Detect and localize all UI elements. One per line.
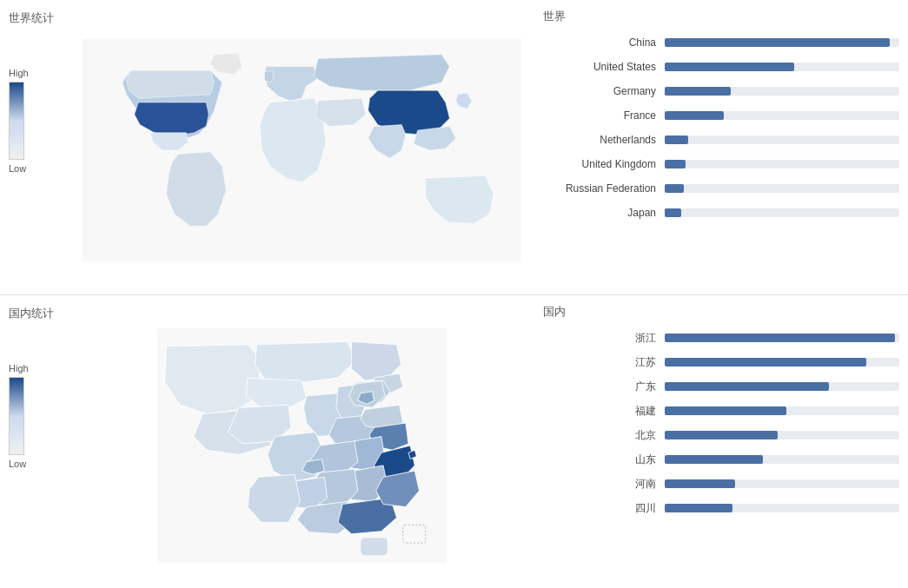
china-bar-track bbox=[665, 479, 899, 488]
world-bar-fill bbox=[665, 63, 794, 71]
china-legend-gradient bbox=[9, 377, 24, 455]
china-bar-row: 山东 bbox=[543, 450, 899, 469]
world-bar-row: Netherlands bbox=[543, 130, 899, 149]
china-bar-fill bbox=[665, 479, 735, 488]
china-bar-label: 广东 bbox=[543, 380, 665, 394]
world-bar-label: Russian Federation bbox=[543, 182, 665, 195]
svg-rect-2 bbox=[361, 538, 388, 556]
world-bar-row: China bbox=[543, 33, 899, 52]
china-bar-track bbox=[665, 406, 899, 415]
china-bar-fill bbox=[665, 334, 895, 342]
world-bar-label: United Kingdom bbox=[543, 158, 665, 170]
world-bar-row: Russian Federation bbox=[543, 179, 899, 198]
china-bar-label: 浙江 bbox=[543, 331, 665, 346]
world-bar-fill bbox=[665, 87, 731, 96]
world-bar-label: United States bbox=[543, 61, 665, 73]
china-bar-label: 四川 bbox=[543, 501, 665, 516]
china-bar-row: 四川 bbox=[543, 499, 899, 518]
world-bar-fill bbox=[665, 111, 724, 120]
china-bar-chart: 浙江 江苏 广东 福建 北京 山东 河南 四川 bbox=[543, 328, 899, 518]
world-bar-label: Japan bbox=[543, 207, 665, 219]
china-bar-label: 北京 bbox=[543, 428, 665, 443]
china-bar-label: 江苏 bbox=[543, 355, 665, 370]
china-chart-title: 国内 bbox=[543, 304, 899, 320]
world-bar-row: United Kingdom bbox=[543, 155, 899, 174]
world-bar-track bbox=[665, 111, 899, 120]
world-bar-fill bbox=[665, 208, 681, 217]
china-bar-track bbox=[665, 504, 899, 512]
world-bar-fill bbox=[665, 38, 890, 47]
world-bar-track bbox=[665, 184, 899, 193]
world-map-title: 世界统计 bbox=[9, 10, 521, 26]
china-legend: High Low bbox=[9, 328, 56, 469]
china-bar-label: 山东 bbox=[543, 453, 665, 467]
world-bar-fill bbox=[665, 160, 686, 168]
china-bar-track bbox=[665, 455, 899, 464]
world-bar-track bbox=[665, 38, 899, 47]
china-legend-low: Low bbox=[9, 459, 26, 469]
world-legend-high: High bbox=[9, 68, 29, 78]
world-bar-fill bbox=[665, 135, 688, 144]
china-bar-fill bbox=[665, 358, 866, 367]
china-bar-label: 福建 bbox=[543, 404, 665, 419]
world-legend: High Low bbox=[9, 33, 56, 174]
world-section: 世界统计 High Low bbox=[0, 0, 908, 295]
world-bar-chart: China United States Germany France Nethe… bbox=[543, 33, 899, 222]
china-bar-label: 河南 bbox=[543, 477, 665, 492]
world-chart-title: 世界 bbox=[543, 9, 899, 24]
world-bar-row: France bbox=[543, 106, 899, 125]
world-bar-track bbox=[665, 87, 899, 96]
world-bar-row: United States bbox=[543, 57, 899, 76]
world-map bbox=[83, 33, 521, 268]
world-bar-track bbox=[665, 63, 899, 71]
china-bar-track bbox=[665, 334, 899, 342]
china-bar-track bbox=[665, 358, 899, 367]
china-bar-row: 北京 bbox=[543, 426, 899, 445]
world-bar-row: Germany bbox=[543, 82, 899, 101]
china-map-title: 国内统计 bbox=[9, 306, 521, 321]
world-chart-panel: 世界 China United States Germany France Ne… bbox=[530, 0, 908, 294]
china-map-svg bbox=[83, 328, 521, 563]
china-bar-track bbox=[665, 431, 899, 439]
china-map bbox=[83, 328, 521, 563]
world-bar-label: France bbox=[543, 109, 665, 122]
china-bar-fill bbox=[665, 431, 778, 439]
china-bar-track bbox=[665, 382, 899, 391]
world-bar-label: China bbox=[543, 36, 665, 49]
china-bar-fill bbox=[665, 455, 763, 464]
china-bar-row: 广东 bbox=[543, 377, 899, 396]
china-bar-fill bbox=[665, 406, 786, 415]
world-bar-label: Netherlands bbox=[543, 134, 665, 146]
china-map-panel: 国内统计 High Low bbox=[0, 295, 530, 588]
world-bar-track bbox=[665, 135, 899, 144]
world-legend-low: Low bbox=[9, 163, 26, 174]
world-legend-gradient bbox=[9, 82, 24, 160]
china-bar-fill bbox=[665, 382, 829, 391]
china-chart-panel: 国内 浙江 江苏 广东 福建 北京 山东 河南 bbox=[530, 295, 908, 588]
world-bar-track bbox=[665, 160, 899, 168]
world-map-svg bbox=[83, 33, 521, 268]
world-bar-row: Japan bbox=[543, 203, 899, 222]
china-bar-row: 浙江 bbox=[543, 328, 899, 347]
world-map-panel: 世界统计 High Low bbox=[0, 0, 530, 294]
china-bar-row: 福建 bbox=[543, 401, 899, 420]
world-bar-fill bbox=[665, 184, 684, 193]
china-bar-fill bbox=[665, 504, 732, 512]
china-legend-high: High bbox=[9, 363, 29, 373]
china-bar-row: 江苏 bbox=[543, 353, 899, 372]
china-bar-row: 河南 bbox=[543, 474, 899, 493]
world-bar-label: Germany bbox=[543, 85, 665, 97]
china-section: 国内统计 High Low bbox=[0, 295, 908, 588]
world-bar-track bbox=[665, 208, 899, 217]
